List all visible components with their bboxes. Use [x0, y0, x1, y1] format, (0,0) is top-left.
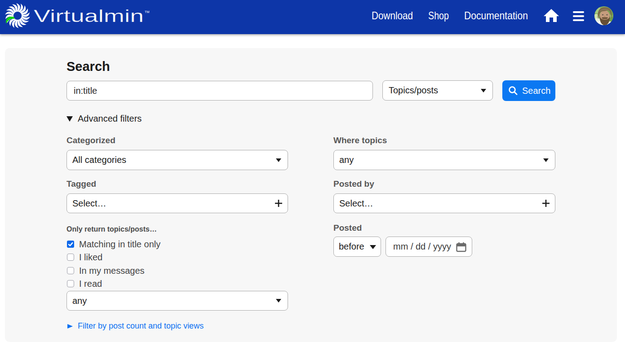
svg-text:Download: Download — [372, 9, 413, 22]
svg-text:Documentation: Documentation — [464, 9, 528, 22]
svg-text:Virtualmin: Virtualmin — [34, 6, 144, 26]
svg-text:TM: TM — [145, 10, 149, 14]
svg-text:Shop: Shop — [428, 9, 449, 22]
